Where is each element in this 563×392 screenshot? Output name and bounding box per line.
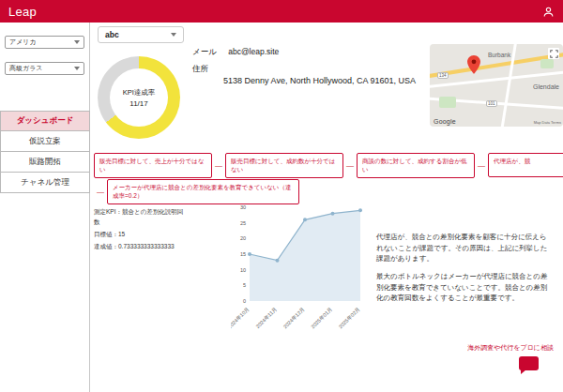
brand-logo: Leap xyxy=(8,5,37,19)
kpi-donut-center: KPI達成率 11/17 xyxy=(110,68,168,127)
svg-text:10: 10 xyxy=(240,267,246,273)
dash-connector: — xyxy=(346,161,354,170)
dash-connector: — xyxy=(478,161,485,170)
email-value: abc@leap.site xyxy=(228,47,279,56)
svg-text:2025年02月: 2025年02月 xyxy=(338,306,362,329)
map-pin-icon[interactable] xyxy=(467,55,480,78)
kpi-trend-line-chart: 0510152025302024年10月2024年11月2024年12月2025… xyxy=(231,200,372,329)
issue-card[interactable]: 販売目標に対して、売上が十分ではない xyxy=(94,153,212,178)
email-row: メール abc@leap.site xyxy=(192,47,279,58)
company-select[interactable]: abc xyxy=(98,26,184,43)
route-badge: 101 xyxy=(486,100,497,107)
google-logo: Google xyxy=(434,118,456,125)
kpi-label: KPI達成率 xyxy=(123,88,156,98)
map-park xyxy=(439,97,456,108)
dash-connector: — xyxy=(215,161,222,170)
address-label: 住所 xyxy=(192,64,208,75)
region-select[interactable]: アメリカ xyxy=(5,36,84,49)
product-select-value: 高級ガラス xyxy=(9,64,43,73)
sidebar-item-dashboard[interactable]: ダッシュボード xyxy=(0,111,90,131)
map-widget[interactable]: 134 101 Burbank Glendale Google Map Data… xyxy=(430,44,563,127)
sidebar-nav: ダッシュボード 仮説立案 販路開拓 チャネル管理 xyxy=(0,111,90,193)
map-park xyxy=(540,59,554,68)
kpi-donut-chart: KPI達成率 11/17 xyxy=(98,56,180,139)
svg-text:2024年12月: 2024年12月 xyxy=(282,306,307,329)
svg-text:20: 20 xyxy=(240,235,246,241)
chevron-down-icon xyxy=(171,33,176,37)
svg-text:0: 0 xyxy=(243,298,246,304)
issue-chain: 販売目標に対して、売上が十分ではない — 販売目標に対して、成約数が十分ではない… xyxy=(94,153,563,178)
issue-card[interactable]: 代理店が、競 xyxy=(488,153,563,177)
kpi-detail-name: 測定KPI：競合との差別化説明回数 xyxy=(94,206,188,227)
sidebar: アメリカ 高級ガラス ダッシュボード 仮説立案 販路開拓 チャネル管理 xyxy=(0,23,90,392)
svg-text:2025年01月: 2025年01月 xyxy=(310,306,334,329)
sidebar-item-hypothesis[interactable]: 仮説立案 xyxy=(0,131,90,152)
svg-text:2024年10月: 2024年10月 xyxy=(231,306,251,329)
dash-connector: — xyxy=(97,188,104,196)
svg-text:25: 25 xyxy=(240,220,246,226)
analysis-paragraph: 最大のボトルネックはメーカーが代理店に競合との差別化要素を教育できていないことで… xyxy=(376,271,553,304)
svg-text:15: 15 xyxy=(240,251,246,257)
map-city-label: Burbank xyxy=(488,52,510,58)
analysis-paragraph: 代理店が、競合との差別化要素を顧客に十分に伝えられないことが課題です。その原因は… xyxy=(376,232,553,264)
chat-bubble-icon[interactable] xyxy=(519,356,539,370)
analysis-text: 代理店が、競合との差別化要素を顧客に十分に伝えられないことが課題です。その原因は… xyxy=(376,232,553,310)
chevron-down-icon xyxy=(74,40,80,44)
fullscreen-icon[interactable] xyxy=(548,48,559,59)
kpi-detail-block: 測定KPI：競合との差別化説明回数 目標値：15 達成値：0.733333333… xyxy=(94,206,188,253)
chevron-down-icon xyxy=(74,67,80,70)
map-city-label: Glendale xyxy=(533,83,559,90)
kpi-value: 11/17 xyxy=(129,99,147,108)
kpi-detail-achieved: 達成値：0.733333333333333 xyxy=(94,241,188,251)
map-attribution[interactable]: Map Data Terms xyxy=(534,120,561,125)
sidebar-item-channel-management[interactable]: チャネル管理 xyxy=(0,173,90,193)
svg-text:2024年11月: 2024年11月 xyxy=(254,306,278,329)
issue-card[interactable]: 商談の数に対して、成約する割合が低い xyxy=(357,153,475,178)
email-label: メール xyxy=(192,47,217,56)
user-icon[interactable] xyxy=(542,6,555,18)
product-select[interactable]: 高級ガラス xyxy=(5,62,84,75)
kpi-detail-target: 目標値：15 xyxy=(94,229,188,239)
sidebar-item-sales-channel[interactable]: 販路開拓 xyxy=(0,152,90,173)
issue-card[interactable]: 販売目標に対して、成約数が十分ではない xyxy=(225,153,343,178)
consult-link[interactable]: 海外調査や代行をプロに相談 xyxy=(467,343,554,353)
app-header: Leap xyxy=(0,0,563,23)
address-value: 5138 Denny Ave, North Hollywood, CA 9160… xyxy=(223,76,439,85)
company-select-value: abc xyxy=(105,30,119,39)
svg-text:5: 5 xyxy=(243,282,246,288)
svg-text:30: 30 xyxy=(240,204,246,210)
region-select-value: アメリカ xyxy=(9,38,37,47)
route-badge: 134 xyxy=(437,72,449,79)
